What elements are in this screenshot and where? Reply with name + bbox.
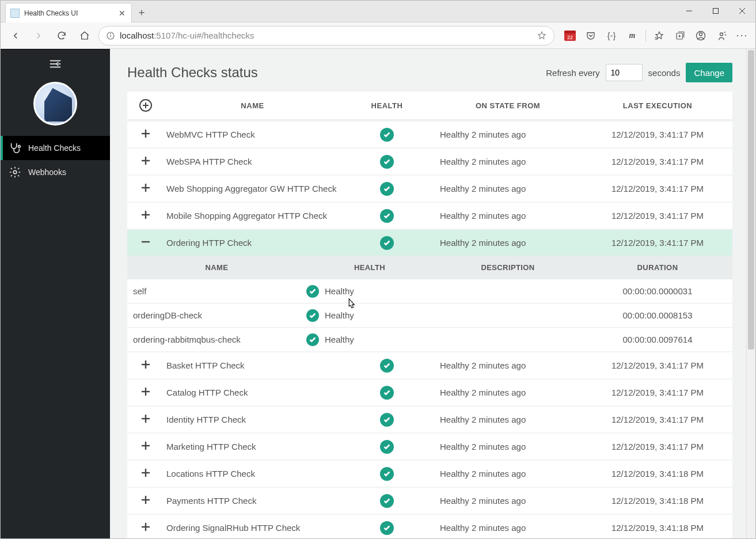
health-ok-icon xyxy=(380,128,394,142)
table-row[interactable]: Ordering HTTP CheckHealthy 2 minutes ago… xyxy=(127,229,732,256)
dcol-name: NAME xyxy=(127,263,306,272)
collections-icon[interactable] xyxy=(673,28,687,43)
tab-close-icon[interactable]: ✕ xyxy=(119,9,126,18)
table-row[interactable]: Catalog HTTP CheckHealthy 2 minutes ago1… xyxy=(127,378,732,405)
check-state: Healthy 2 minutes ago xyxy=(433,523,583,533)
scrollbar[interactable] xyxy=(746,49,755,538)
check-name: Catalog HTTP Check xyxy=(164,388,341,397)
expand-icon[interactable] xyxy=(140,386,151,398)
svg-point-17 xyxy=(13,170,17,174)
health-ok-icon xyxy=(380,155,394,169)
window-close-button[interactable] xyxy=(729,1,755,21)
health-ok-icon xyxy=(380,467,394,481)
details-panel: NAMEHEALTHDESCRIPTIONDURATIONselfHealthy… xyxy=(127,256,732,351)
detail-name: self xyxy=(127,286,306,296)
check-state: Healthy 2 minutes ago xyxy=(433,238,583,248)
health-ok-icon xyxy=(306,333,319,346)
expand-icon[interactable] xyxy=(140,210,151,222)
sidebar-item-webhooks[interactable]: Webhooks xyxy=(1,160,110,184)
window-maximize-button[interactable] xyxy=(702,1,729,21)
ext-calendar-icon[interactable]: 22 xyxy=(563,28,578,43)
sidebar: Health Checks Webhooks xyxy=(1,49,110,538)
profile-icon[interactable] xyxy=(693,28,708,43)
ext-braces-icon[interactable]: {=} xyxy=(604,28,619,43)
expand-all-icon[interactable] xyxy=(139,99,152,112)
check-state: Healthy 2 minutes ago xyxy=(433,157,583,166)
nav-forward-button[interactable] xyxy=(29,26,48,45)
dcol-health: HEALTH xyxy=(306,263,433,272)
toolbar-separator xyxy=(645,30,646,41)
info-icon xyxy=(106,31,115,40)
new-tab-button[interactable]: ＋ xyxy=(132,2,151,22)
sidebar-collapse-icon[interactable] xyxy=(1,50,110,78)
health-ok-icon xyxy=(380,182,394,196)
health-ok-icon xyxy=(380,236,394,250)
table-row[interactable]: Marketing HTTP CheckHealthy 2 minutes ag… xyxy=(127,432,732,460)
table-row[interactable]: Web Shopping Aggregator GW HTTP CheckHea… xyxy=(127,174,732,202)
health-ok-icon xyxy=(380,209,394,223)
health-ok-icon xyxy=(380,386,394,400)
expand-icon[interactable] xyxy=(140,183,151,195)
check-name: Payments HTTP Check xyxy=(164,496,341,506)
svg-point-16 xyxy=(18,145,21,147)
page-header: Health Checks status Refresh every secon… xyxy=(127,63,732,82)
refresh-label: seconds xyxy=(648,68,681,78)
expand-icon[interactable] xyxy=(140,522,151,534)
col-health: HEALTH xyxy=(341,101,433,110)
check-last-exec: 12/12/2019, 3:41:18 PM xyxy=(583,523,732,533)
window-minimize-button[interactable] xyxy=(676,1,702,21)
refresh-label: Refresh every xyxy=(546,68,599,78)
address-bar[interactable]: localhost:5107/hc-ui#/healthchecks xyxy=(98,26,554,45)
health-ok-icon xyxy=(306,309,319,322)
expand-icon[interactable] xyxy=(140,155,151,168)
favorites-icon[interactable] xyxy=(652,28,667,43)
table-row[interactable]: Mobile Shopping Aggregator HTTP CheckHea… xyxy=(127,202,732,229)
table-row[interactable]: Identity HTTP CheckHealthy 2 minutes ago… xyxy=(127,405,732,432)
detail-health: Healthy xyxy=(306,309,433,322)
browser-tab[interactable]: Health Checks UI ✕ xyxy=(5,3,132,22)
sidebar-item-health-checks[interactable]: Health Checks xyxy=(1,136,110,160)
expand-icon[interactable] xyxy=(140,359,151,371)
expand-icon[interactable] xyxy=(140,468,151,480)
details-row: orderingDB-checkHealthy00:00:00.0008153 xyxy=(127,303,732,327)
table-row[interactable]: Locations HTTP CheckHealthy 2 minutes ag… xyxy=(127,460,732,487)
more-menu-icon[interactable]: ··· xyxy=(735,28,750,43)
dcol-duration: DURATION xyxy=(583,263,732,272)
details-row: selfHealthy00:00:00.0000031 xyxy=(127,279,732,303)
check-last-exec: 12/12/2019, 3:41:17 PM xyxy=(583,211,732,221)
table-row[interactable]: Ordering SignalRHub HTTP CheckHealthy 2 … xyxy=(127,514,732,538)
check-name: Marketing HTTP Check xyxy=(164,442,341,451)
table-row[interactable]: WebSPA HTTP CheckHealthy 2 minutes ago12… xyxy=(127,147,732,174)
check-last-exec: 12/12/2019, 3:41:18 PM xyxy=(583,496,732,506)
browser-titlebar: Health Checks UI ✕ ＋ xyxy=(1,1,755,22)
window-controls xyxy=(676,1,755,21)
nav-refresh-button[interactable] xyxy=(52,26,71,45)
nav-home-button[interactable] xyxy=(75,26,94,45)
svg-point-12 xyxy=(720,33,723,36)
table-row[interactable]: WebMVC HTTP CheckHealthy 2 minutes ago12… xyxy=(127,120,732,147)
refresh-interval-input[interactable] xyxy=(606,64,643,81)
feedback-icon[interactable] xyxy=(714,28,729,43)
check-name: Mobile Shopping Aggregator HTTP Check xyxy=(164,211,341,221)
expand-icon[interactable] xyxy=(140,128,151,141)
ext-m-icon[interactable]: m xyxy=(625,28,640,43)
check-state: Healthy 2 minutes ago xyxy=(433,415,583,424)
health-ok-icon xyxy=(380,494,394,508)
check-state: Healthy 2 minutes ago xyxy=(433,184,583,193)
check-name: Basket HTTP Check xyxy=(164,360,341,370)
expand-icon[interactable] xyxy=(140,413,151,426)
favorite-star-icon[interactable] xyxy=(537,31,547,41)
check-name: WebSPA HTTP Check xyxy=(164,157,341,166)
table-header-row: NAME HEALTH ON STATE FROM LAST EXECUTION xyxy=(127,92,732,120)
nav-back-button[interactable] xyxy=(6,26,25,45)
ext-pocket-icon[interactable] xyxy=(583,28,598,43)
change-button[interactable]: Change xyxy=(686,63,732,82)
check-state: Healthy 2 minutes ago xyxy=(433,211,583,221)
check-state: Healthy 2 minutes ago xyxy=(433,496,583,506)
collapse-icon[interactable] xyxy=(140,237,151,249)
table-row[interactable]: Basket HTTP CheckHealthy 2 minutes ago12… xyxy=(127,351,732,378)
detail-duration: 00:00:00.0097614 xyxy=(583,335,732,344)
expand-icon[interactable] xyxy=(140,441,151,453)
table-row[interactable]: Payments HTTP CheckHealthy 2 minutes ago… xyxy=(127,487,732,514)
expand-icon[interactable] xyxy=(140,495,151,507)
